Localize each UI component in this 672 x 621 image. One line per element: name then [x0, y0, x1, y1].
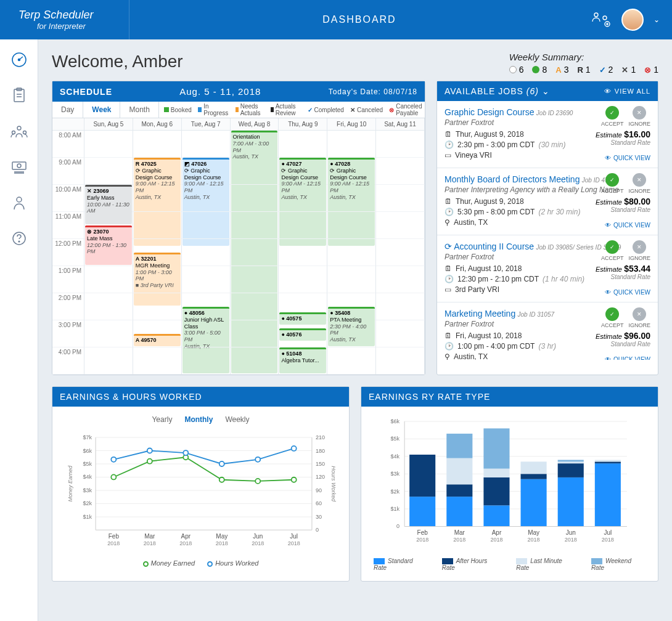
calendar-cell[interactable]: A 32201MGR Meeting1:00 PM - 3:00 PM■ 3rd…	[133, 239, 182, 266]
calendar-cell[interactable]	[327, 347, 376, 375]
accept-button[interactable]: ✓ACCEPT	[601, 106, 624, 127]
calendar-cell[interactable]	[327, 131, 376, 158]
accept-button[interactable]: ✓ACCEPT	[601, 173, 624, 194]
calendar-cell[interactable]	[327, 212, 376, 239]
calendar-cell[interactable]	[84, 239, 133, 266]
calendar-cell[interactable]	[376, 293, 425, 320]
ignore-button[interactable]: ✕IGNORE	[628, 240, 650, 261]
nav-clipboard-icon[interactable]	[10, 86, 28, 105]
quick-view-link[interactable]: 👁 QUICK VIEW	[605, 289, 650, 296]
nav-help-icon[interactable]	[10, 229, 28, 248]
calendar-cell[interactable]	[84, 293, 133, 320]
calendar-cell[interactable]	[182, 185, 231, 212]
chart-tab[interactable]: Monthly	[184, 415, 213, 424]
calendar-cell[interactable]	[84, 320, 133, 347]
calendar-cell[interactable]	[376, 131, 425, 158]
calendar-cell[interactable]	[182, 212, 231, 239]
calendar-cell[interactable]	[376, 266, 425, 293]
legend-item: After Hours Rate	[442, 558, 502, 571]
calendar-cell[interactable]	[279, 185, 327, 212]
calendar-cell[interactable]	[182, 131, 231, 158]
view-all-link[interactable]: 👁VIEW ALL	[604, 87, 650, 95]
calendar-cell[interactable]	[376, 212, 425, 239]
calendar-cell[interactable]	[279, 131, 327, 158]
view-tab-day[interactable]: Day	[52, 102, 83, 118]
chart-tab[interactable]: Weekly	[225, 415, 249, 424]
calendar-cell[interactable]	[231, 158, 279, 185]
calendar-cell[interactable]: ● 40575	[279, 293, 327, 320]
calendar-cell[interactable]	[279, 266, 327, 293]
job-title[interactable]: ⟳ Accounting II Course	[445, 242, 534, 251]
calendar-event[interactable]: ● 40576	[279, 328, 326, 341]
calendar-cell[interactable]	[133, 185, 182, 212]
nav-team-icon[interactable]	[10, 122, 28, 140]
calendar-cell[interactable]: ● 47028⟳ Graphic Design Course9:00 AM - …	[327, 158, 376, 185]
job-title[interactable]: Monthly Board of Directors Meeting	[445, 174, 580, 184]
calendar-cell[interactable]	[279, 239, 327, 266]
calendar-cell[interactable]	[182, 239, 231, 266]
calendar-cell[interactable]: ⊗ 23070Late Mass12:00 PM - 1:30 PM	[84, 212, 133, 239]
calendar-cell[interactable]	[231, 212, 279, 239]
calendar-cell[interactable]: ◩ 47026⟳ Graphic Design Course9:00 AM - …	[182, 158, 231, 185]
calendar-cell[interactable]: ✕ 23069Early Mass10:00 AM - 11:30 AM	[84, 185, 133, 212]
quick-view-link[interactable]: 👁 QUICK VIEW	[605, 356, 650, 360]
avatar[interactable]	[621, 9, 644, 31]
calendar-cell[interactable]	[133, 212, 182, 239]
calendar-cell[interactable]	[376, 185, 425, 212]
calendar-cell[interactable]	[231, 239, 279, 266]
nav-dashboard-icon[interactable]	[10, 51, 28, 69]
calendar-cell[interactable]	[231, 320, 279, 347]
calendar-cell[interactable]	[84, 266, 133, 293]
calendar-cell[interactable]	[376, 158, 425, 185]
accept-button[interactable]: ✓ACCEPT	[601, 307, 624, 328]
calendar-cell[interactable]	[327, 320, 376, 347]
calendar-cell[interactable]	[327, 239, 376, 266]
calendar-cell[interactable]	[182, 266, 231, 293]
calendar-cell[interactable]: ● 47027⟳ Graphic Design Course9:00 AM - …	[279, 158, 327, 185]
ignore-button[interactable]: ✕IGNORE	[628, 173, 650, 194]
ignore-button[interactable]: ✕IGNORE	[628, 307, 650, 328]
calendar-cell[interactable]	[231, 185, 279, 212]
view-tab-month[interactable]: Month	[120, 102, 158, 118]
chevron-down-icon[interactable]: ⌄	[542, 86, 550, 96]
calendar-cell[interactable]	[231, 293, 279, 320]
calendar-cell[interactable]: Orientation7:00 AM - 3:00 PMAustin, TX	[231, 131, 279, 158]
calendar-cell[interactable]: ● 40576	[279, 320, 327, 347]
calendar-event[interactable]: A 49570	[134, 334, 181, 346]
job-title[interactable]: Graphic Design Course	[445, 107, 535, 117]
calendar-cell[interactable]	[376, 347, 425, 375]
calendar-cell[interactable]	[376, 239, 425, 266]
nav-profile-icon[interactable]	[10, 193, 28, 212]
calendar-cell[interactable]: ● 48056Junior High ASL Class3:00 PM - 5:…	[182, 293, 231, 320]
calendar-cell[interactable]	[231, 266, 279, 293]
calendar-cell[interactable]	[231, 347, 279, 375]
calendar-event[interactable]: ● 51048Algebra Tutor...	[279, 347, 326, 373]
nav-payments-icon[interactable]	[10, 158, 28, 176]
calendar-cell[interactable]	[84, 131, 133, 158]
calendar-cell[interactable]	[327, 266, 376, 293]
calendar-cell[interactable]	[133, 293, 182, 320]
calendar-cell[interactable]: A 49570	[133, 320, 182, 347]
job-title[interactable]: Marketing Meeting	[445, 309, 515, 319]
calendar-cell[interactable]	[182, 347, 231, 375]
chevron-down-icon[interactable]: ⌄	[654, 15, 660, 24]
calendar-cell[interactable]	[133, 266, 182, 293]
calendar-cell[interactable]: ● 35408PTA Meeting2:30 PM - 4:00 PMAusti…	[327, 293, 376, 320]
quick-view-link[interactable]: 👁 QUICK VIEW	[605, 155, 650, 161]
calendar-cell[interactable]	[84, 347, 133, 375]
chart-tab[interactable]: Yearly	[152, 415, 172, 424]
accept-button[interactable]: ✓ACCEPT	[601, 240, 624, 261]
calendar-cell[interactable]: R 47025⟳ Graphic Design Course9:00 AM - …	[133, 158, 182, 185]
users-icon[interactable]	[589, 9, 612, 31]
calendar-cell[interactable]	[182, 320, 231, 347]
view-tab-week[interactable]: Week	[83, 102, 120, 118]
calendar-cell[interactable]	[133, 131, 182, 158]
calendar-cell[interactable]	[327, 185, 376, 212]
calendar-cell[interactable]	[376, 320, 425, 347]
calendar-cell[interactable]	[133, 347, 182, 375]
ignore-button[interactable]: ✕IGNORE	[628, 106, 650, 127]
calendar-cell[interactable]	[84, 158, 133, 185]
quick-view-link[interactable]: 👁 QUICK VIEW	[605, 222, 650, 229]
calendar-cell[interactable]: ● 51048Algebra Tutor...	[279, 347, 327, 375]
calendar-cell[interactable]	[279, 212, 327, 239]
